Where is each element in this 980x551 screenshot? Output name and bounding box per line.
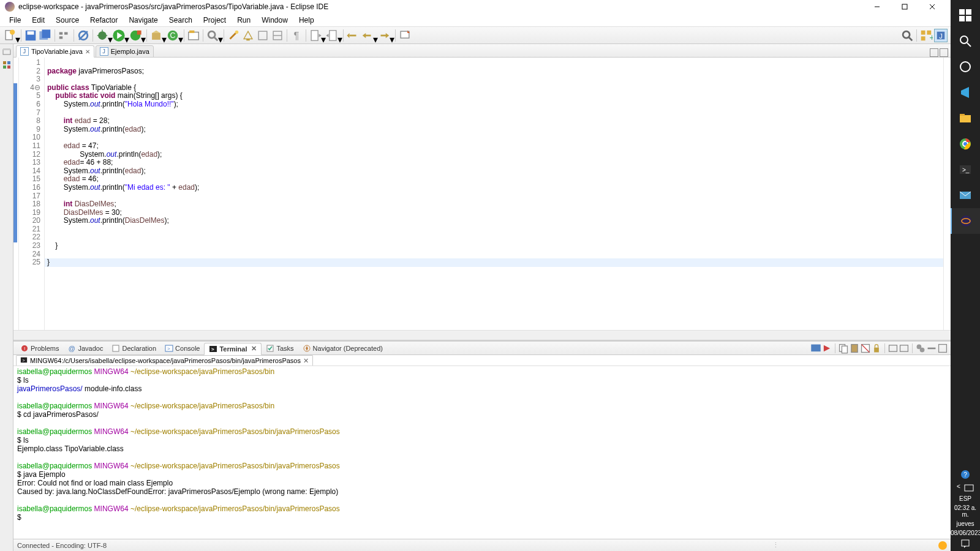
copy-icon[interactable] [838,343,849,354]
notifications-button[interactable] [951,538,980,551]
java-perspective-icon[interactable]: J [934,29,948,42]
save-icon[interactable] [24,29,37,42]
terminal-session-tab[interactable]: > MINGW64:/c/Users/isabella/eclipse-work… [16,355,313,365]
skip-breakpoints-icon[interactable] [77,29,90,42]
tab-tasks[interactable]: Tasks [262,343,298,354]
menu-help[interactable]: Help [293,15,320,26]
terminal-app-button[interactable]: >_ [951,157,980,182]
minimize-view-icon[interactable] [926,343,937,354]
toggle-highlight-icon[interactable] [241,29,255,42]
terminal-body[interactable]: isabella@paquidermos MINGW64 ~/eclipse-w… [13,366,951,539]
menu-search[interactable]: Search [164,15,198,26]
language-indicator[interactable]: ESP [951,494,980,503]
maximize-view-icon[interactable] [937,343,948,354]
tab-console[interactable]: >Console [160,343,204,354]
annotation-prev-icon[interactable] [325,29,339,42]
mail-button[interactable] [951,182,980,208]
back-icon[interactable] [361,29,374,42]
start-button[interactable] [951,2,980,28]
chevron-down-icon[interactable]: ▾ [108,34,111,37]
tab-tipovariable[interactable]: J TipoVariable.java ✕ [16,45,94,58]
new-icon[interactable] [3,29,17,42]
disconnect-icon[interactable] [915,343,926,354]
debug-icon[interactable] [96,29,109,42]
open-type-icon[interactable] [187,29,200,42]
menu-window[interactable]: Window [256,15,293,26]
tab-ejemplo[interactable]: J Ejemplo.java [96,45,154,58]
forward-icon[interactable] [377,29,391,42]
file-explorer-button[interactable] [951,105,980,131]
close-icon[interactable]: ✕ [85,48,90,55]
menu-file[interactable]: File [4,15,26,26]
paste-icon[interactable] [849,343,860,354]
clock-time[interactable]: 02:32 a. m. [951,503,980,519]
menu-source[interactable]: Source [50,15,85,26]
bottom-tabs: !Problems @Javadoc Declaration >Console … [13,342,951,355]
terminal-new-icon[interactable] [810,343,821,354]
help-tray-icon[interactable]: ? [951,468,980,482]
package-explorer-icon[interactable] [2,60,12,70]
toggle-block-icon[interactable] [256,29,270,42]
close-button[interactable] [918,0,946,13]
code-editor[interactable]: 1 2 3 4⊖ 5 6 7 8 9 10 11 12 13 14 15 16 … [13,58,951,330]
chevron-down-icon[interactable]: ▾ [390,34,393,37]
wrap-icon[interactable] [888,343,899,354]
close-icon[interactable]: ✕ [251,345,257,353]
code-content[interactable]: package javaPrimerosPasos; public class … [45,58,943,330]
search-icon[interactable] [206,29,219,42]
task-view-button[interactable] [951,54,980,80]
tab-javadoc[interactable]: @Javadoc [63,343,107,354]
pin-icon[interactable] [899,343,910,354]
save-all-icon[interactable] [39,29,52,42]
scroll-lock-icon[interactable] [871,343,882,354]
tab-terminal[interactable]: >Terminal ✕ [204,343,262,355]
last-edit-icon[interactable] [346,29,360,42]
coverage-icon[interactable] [129,29,142,42]
maximize-button[interactable] [891,0,918,13]
toggle-mark-icon[interactable] [271,29,284,42]
minimize-view-icon[interactable] [930,48,938,57]
chevron-down-icon[interactable]: ▾ [321,34,325,37]
annotation-icon[interactable] [309,29,322,42]
new-java-class-icon[interactable]: C [166,29,179,42]
chevron-down-icon[interactable]: ▾ [218,34,222,37]
maximize-view-icon[interactable] [940,48,948,57]
menu-refactor[interactable]: Refactor [85,15,123,26]
vscode-button[interactable] [951,80,980,105]
tip-icon[interactable] [938,541,947,550]
clear-icon[interactable] [860,343,871,354]
restore-icon[interactable] [2,47,12,56]
chevron-down-icon[interactable]: ▾ [337,34,341,37]
overview-ruler[interactable] [943,58,951,330]
pin-editor-icon[interactable] [398,29,412,42]
chevron-down-icon[interactable]: ▾ [178,34,182,37]
wand-icon[interactable] [227,29,240,42]
search-button[interactable] [951,28,980,54]
horizontal-scrollbar[interactable] [13,330,951,340]
chrome-button[interactable] [951,131,980,157]
menu-run[interactable]: Run [232,15,256,26]
tab-navigator[interactable]: Navigator (Deprecated) [298,343,387,354]
terminal-toggle-icon[interactable] [821,343,832,354]
chevron-down-icon[interactable]: ▾ [15,34,19,37]
eclipse-button[interactable] [951,208,980,234]
chevron-down-icon[interactable]: ▾ [373,34,377,37]
show-whitespace-icon[interactable]: ¶ [290,29,303,42]
tab-declaration[interactable]: Declaration [107,343,160,354]
close-icon[interactable]: ✕ [303,357,309,365]
chevron-down-icon[interactable]: ▾ [124,34,128,37]
minimize-button[interactable] [863,0,891,13]
menu-edit[interactable]: Edit [26,15,50,26]
menu-project[interactable]: Project [198,15,232,26]
run-icon[interactable] [112,29,126,42]
tray-expand[interactable]: < [951,482,980,494]
open-perspective-icon[interactable]: + [919,29,933,42]
chevron-down-icon[interactable]: ▾ [141,34,145,37]
quick-access-icon[interactable] [900,29,914,42]
tab-problems[interactable]: !Problems [16,343,63,354]
chevron-down-icon[interactable]: ▾ [162,34,165,37]
menu-navigate[interactable]: Navigate [123,15,163,26]
toggle-breadcrumb-icon[interactable] [58,29,71,42]
new-java-package-icon[interactable] [149,29,163,42]
svg-rect-85 [928,347,936,349]
